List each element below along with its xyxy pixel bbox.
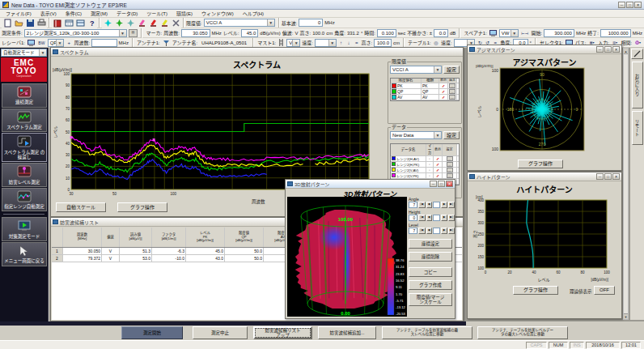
visible-checkbox[interactable]: ✓	[439, 83, 448, 88]
minimize-button[interactable]: ─	[596, 173, 604, 180]
table-row[interactable]: PKPK✓...	[391, 83, 459, 89]
turntable-icon[interactable]: ◎	[433, 39, 439, 47]
table-row[interactable]: レンジ2(H,AV)▫✓...	[391, 156, 459, 162]
candidate-listup-button[interactable]: 妨害波候補リスト アップ	[253, 326, 312, 339]
time-input[interactable]: 0.100	[377, 29, 396, 37]
uncertainty-input[interactable]: 0.0	[434, 29, 448, 37]
spin-next-button[interactable]: ▶	[441, 228, 447, 234]
spin-prev-button[interactable]: ◀	[426, 228, 432, 234]
data-row-settings-button[interactable]: ...	[447, 173, 453, 178]
measure-stop-button[interactable]: 測定中止	[193, 326, 248, 339]
spin-first-button[interactable]: |◀	[418, 215, 425, 221]
receiver-bw-button[interactable]: BW	[37, 39, 46, 47]
candidate-add-button[interactable]: 妨害波候補追加...	[318, 326, 376, 339]
fundamental-input[interactable]: 0	[299, 19, 323, 27]
column-header[interactable]: 読み値 [dB(μV)]	[120, 228, 152, 247]
pattern3d-view[interactable]: 100.000.0038.7631.2423.8316.529.111.70-5…	[287, 197, 407, 317]
marker-checkbox[interactable]: ▫	[426, 156, 434, 161]
limit-row-settings-button[interactable]: ...	[449, 83, 455, 88]
marker-teal-icon[interactable]	[125, 18, 136, 28]
antenna-icon[interactable]	[162, 39, 171, 47]
mast-up-button[interactable]: ↑	[338, 39, 345, 47]
limit-row-settings-button[interactable]: ...	[449, 89, 455, 94]
span-icon[interactable]: ⊢⊣	[520, 29, 530, 37]
maximize-button[interactable]: □	[604, 173, 612, 180]
height-value-input[interactable]: 0	[409, 215, 417, 221]
receiver-detector-select[interactable]: QP▼	[48, 39, 64, 47]
table-row[interactable]: レンジ2(V,PK)▫✓...	[391, 173, 459, 179]
level-step-input[interactable]	[433, 228, 441, 234]
spectrum-window-titlebar[interactable]: スペクトラム	[51, 48, 463, 57]
mast-set-button[interactable]: =	[354, 39, 360, 47]
measure-start-button[interactable]: 測定開始	[121, 326, 183, 339]
sidebar-item-4[interactable]: 指定レンジ自動測定	[2, 188, 47, 212]
sidebar-item-3[interactable]: 妨害レベル測定	[2, 163, 47, 187]
column-header[interactable]: レベル PK [dB(μV/m)]	[186, 228, 225, 247]
mdi-scrollbar[interactable]: ▲ ▼	[623, 48, 629, 320]
condition-select[interactable]: 2レンジ測定S_120k_(30-300-100▼	[24, 29, 127, 37]
visible-checkbox[interactable]: ✓	[439, 95, 448, 100]
marker-checkbox[interactable]: ▫	[426, 173, 434, 178]
move-to-level-max-button[interactable]: アンテナ、テーブルを妨害レベルデー タの最大レベル位置に移動	[477, 326, 568, 339]
start-freq-input[interactable]: 300.000	[544, 29, 574, 37]
menu-item-3[interactable]: 測定(M)	[87, 9, 112, 18]
receiver-monitor-icon[interactable]	[27, 39, 36, 47]
autoscale-button[interactable]: 自動スケール	[56, 202, 106, 212]
close-button[interactable]: ✕	[446, 181, 453, 187]
minimize-button[interactable]: ─	[430, 181, 437, 187]
limit-settings-button[interactable]: 設定	[443, 66, 460, 74]
pen-tool-button[interactable]	[631, 49, 643, 59]
data-settings-button[interactable]: 設定	[443, 131, 460, 139]
height-graph-button[interactable]: グラフ操作	[513, 286, 558, 295]
menu-item-1[interactable]: 表示(V)	[36, 9, 61, 18]
data-row-settings-button[interactable]: ...	[447, 168, 453, 172]
menu-item-8[interactable]: ヘルプ(H)	[239, 9, 268, 18]
minimize-button[interactable]: ─	[618, 2, 625, 8]
height-window-titlebar[interactable]: ハイトパターン ─□✕	[468, 172, 621, 181]
spectrum-analyzer-icon[interactable]	[489, 29, 498, 37]
menu-item-7[interactable]: ウィンドウ(W)	[197, 9, 238, 18]
pen-red-icon[interactable]	[147, 18, 159, 28]
menu-item-5[interactable]: ツール(T)	[142, 9, 172, 18]
limit-select[interactable]: VCCI A▼	[204, 19, 275, 27]
red-book-icon[interactable]	[52, 18, 63, 28]
column-header[interactable]: ファクタ [dB(1/m)]	[152, 228, 186, 247]
limit-select-2[interactable]: VCCI A▼	[390, 66, 442, 74]
marker-cyan-icon[interactable]	[102, 18, 113, 28]
marker-green-icon[interactable]	[113, 18, 125, 28]
table-row[interactable]: レンジ2(V,AV)▫✓...	[391, 168, 459, 173]
mast-down-button[interactable]: ↓	[345, 39, 352, 47]
data-select[interactable]: New Data▼	[390, 131, 442, 139]
close-button[interactable]: ✕	[612, 46, 620, 53]
close-button[interactable]: ✕	[612, 173, 620, 180]
visible-checkbox[interactable]: ✓	[434, 162, 443, 167]
table-grid2-icon[interactable]	[74, 18, 86, 28]
limit-margin-scale-button[interactable]: 限度値/マージ ンスケール	[409, 293, 452, 306]
marker-freq-input[interactable]: 30.050	[181, 29, 210, 37]
visible-checkbox[interactable]: ✓	[434, 156, 443, 161]
side-tab-favorites[interactable]: お気に入り	[632, 62, 643, 109]
spin-next-button[interactable]: ▶	[441, 215, 447, 221]
menu-item-0[interactable]: ファイル(F)	[2, 9, 36, 18]
open-folder-icon[interactable]	[13, 18, 24, 28]
azimuth-graph-button[interactable]: グラフ操作	[518, 160, 563, 168]
new-file-icon[interactable]	[2, 18, 13, 28]
sidebar-item-0[interactable]: 連続測定	[2, 83, 47, 108]
level-value-input[interactable]: 7	[409, 228, 417, 234]
table-grid-icon[interactable]	[63, 18, 74, 28]
spin-first-button[interactable]: |◀	[418, 228, 425, 234]
spin-last-button[interactable]: ▶|	[448, 228, 455, 234]
theory-display-toggle[interactable]: OFF	[594, 286, 615, 295]
pattern3d-window-titlebar[interactable]: 3D放射パターン ─□✕	[286, 180, 455, 189]
pen-yellow-icon[interactable]	[159, 18, 170, 28]
sidebar-item-2[interactable]: スペクトラム測定 の繰返し	[2, 133, 47, 162]
height-step-input[interactable]	[433, 215, 441, 221]
scroll-up-icon[interactable]: ▲	[624, 49, 628, 54]
coord-set-button[interactable]: 座標設定	[409, 239, 452, 249]
graph-create-button[interactable]: グラフ作成	[409, 280, 452, 290]
menu-item-4[interactable]: データ(D)	[112, 9, 142, 18]
scroll-down-icon[interactable]: ▼	[624, 313, 628, 319]
maximize-button[interactable]: □	[626, 2, 633, 8]
move-to-candidate-max-button[interactable]: アンテナ、テーブルを妨害波候補の最 大レベル位置に移動	[382, 326, 472, 339]
receiver-add-icon[interactable]: +	[66, 39, 72, 47]
